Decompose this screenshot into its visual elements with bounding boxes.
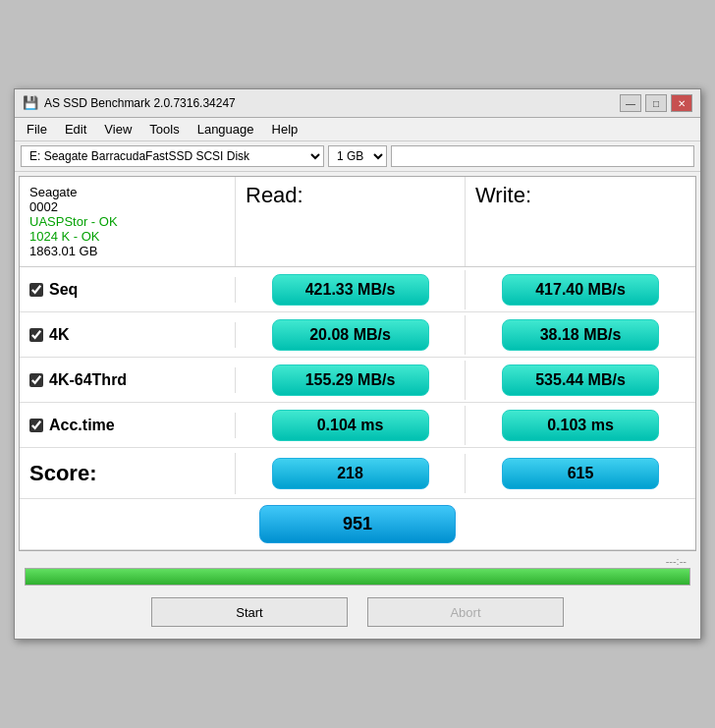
score-write-cell: 615 [466,454,695,493]
seq-checkbox[interactable] [29,283,43,297]
seq-write-badge: 417.40 MB/s [502,274,659,306]
grid-header: Seagate 0002 UASPStor - OK 1024 K - OK 1… [20,177,695,267]
4k-label: 4K [20,322,236,348]
4k-read-badge: 20.08 MB/s [272,319,429,351]
progress-bar-fill [26,569,689,585]
score-label: Score: [20,453,236,494]
total-score-badge: 951 [259,505,456,543]
seq-read-cell: 421.33 MB/s [236,270,466,309]
menu-language[interactable]: Language [190,120,262,139]
main-window: 💾 AS SSD Benchmark 2.0.7316.34247 — □ ✕ … [14,88,701,640]
main-content: Seagate 0002 UASPStor - OK 1024 K - OK 1… [15,172,700,639]
menu-view[interactable]: View [96,120,139,139]
menu-tools[interactable]: Tools [141,120,187,139]
disk-selector[interactable]: E: Seagate BarracudaFastSSD SCSI Disk [21,145,324,167]
app-icon: 💾 [23,95,38,111]
menu-edit[interactable]: Edit [57,120,94,139]
device-line5: 1863.01 GB [29,244,225,258]
result-input[interactable] [391,145,694,167]
progress-dashes: ---:-- [25,555,690,568]
score-read-badge: 218 [272,458,429,489]
progress-area: ---:-- [19,551,696,589]
4k-row: 4K 20.08 MB/s 38.18 MB/s [20,312,695,358]
acctime-checkbox[interactable] [29,419,43,432]
seq-row: Seq 421.33 MB/s 417.40 MB/s [20,267,695,312]
total-score-row: 951 [20,499,695,550]
seq-label: Seq [20,277,236,303]
title-bar: 💾 AS SSD Benchmark 2.0.7316.34247 — □ ✕ [15,89,700,118]
device-line1: Seagate [29,185,225,199]
4k64-read-badge: 155.29 MB/s [272,364,429,396]
4k-checkbox[interactable] [29,328,43,342]
menu-help[interactable]: Help [264,120,306,139]
device-info-cell: Seagate 0002 UASPStor - OK 1024 K - OK 1… [20,177,236,266]
score-write-badge: 615 [502,458,659,489]
title-controls: — □ ✕ [620,94,692,112]
acctime-write-badge: 0.103 ms [502,410,659,441]
acctime-label: Acc.time [20,413,236,438]
window-title: AS SSD Benchmark 2.0.7316.34247 [44,96,236,110]
4k64-write-cell: 535.44 MB/s [466,361,695,400]
write-header: Write: [466,177,695,266]
device-line3: UASPStor - OK [29,214,225,229]
4k64-row: 4K-64Thrd 155.29 MB/s 535.44 MB/s [20,358,695,403]
score-row: Score: 218 615 [20,448,695,499]
score-read-cell: 218 [236,454,466,493]
4k64-checkbox[interactable] [29,373,43,387]
device-line2: 0002 [29,199,225,214]
start-button[interactable]: Start [151,597,348,627]
read-header: Read: [236,177,466,266]
acctime-read-cell: 0.104 ms [236,406,466,445]
4k-write-badge: 38.18 MB/s [502,319,659,351]
abort-button[interactable]: Abort [367,597,564,627]
device-line4: 1024 K - OK [29,229,225,244]
seq-write-cell: 417.40 MB/s [466,270,695,309]
acctime-write-cell: 0.103 ms [466,406,695,445]
4k-write-cell: 38.18 MB/s [466,315,695,355]
close-button[interactable]: ✕ [671,94,692,112]
menu-bar: File Edit View Tools Language Help [15,118,700,141]
toolbar: E: Seagate BarracudaFastSSD SCSI Disk 1 … [15,141,700,172]
progress-bar-container [25,568,690,586]
4k64-read-cell: 155.29 MB/s [236,361,466,400]
minimize-button[interactable]: — [620,94,641,112]
4k-read-cell: 20.08 MB/s [236,315,466,355]
4k64-label: 4K-64Thrd [20,367,236,393]
acctime-read-badge: 0.104 ms [272,410,429,441]
acctime-row: Acc.time 0.104 ms 0.103 ms [20,403,695,448]
maximize-button[interactable]: □ [645,94,667,112]
menu-file[interactable]: File [19,120,55,139]
buttons-row: Start Abort [19,589,696,635]
seq-read-badge: 421.33 MB/s [272,274,429,306]
size-selector[interactable]: 1 GB [328,145,387,167]
4k64-write-badge: 535.44 MB/s [502,364,659,396]
benchmark-grid: Seagate 0002 UASPStor - OK 1024 K - OK 1… [19,176,696,551]
